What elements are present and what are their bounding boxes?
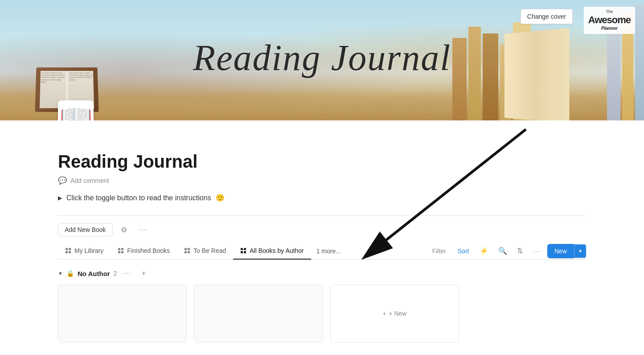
tab-my-library[interactable]: My Library	[58, 243, 111, 260]
database-toolbar: Add New Book ⚙ ···	[58, 223, 586, 236]
new-card-label: + New	[389, 310, 406, 317]
tab-to-be-read[interactable]: To Be Read	[177, 243, 233, 260]
settings-icon-button[interactable]: ⚙	[117, 223, 131, 236]
tab-finished-books[interactable]: Finished Books	[111, 243, 177, 260]
gallery-card-1[interactable]	[58, 285, 187, 343]
tab-to-be-read-label: To Be Read	[193, 247, 226, 254]
add-new-book-button[interactable]: Add New Book	[58, 223, 113, 236]
svg-rect-6	[118, 251, 120, 253]
add-comment-label: Add comment	[70, 177, 109, 184]
group-add-button[interactable]: +	[138, 268, 149, 278]
main-content: Reading Journal 💬 Add comment ▶ Click th…	[0, 120, 644, 351]
tab-my-library-label: My Library	[74, 247, 103, 254]
search-icon-button[interactable]: 🔍	[495, 244, 511, 257]
svg-rect-7	[121, 251, 123, 253]
new-record-button[interactable]: New	[547, 244, 574, 258]
page-icon[interactable]: 📖	[58, 100, 94, 120]
toggle-arrow-icon: ▶	[58, 195, 62, 201]
new-button-group: New ▾	[547, 244, 586, 258]
svg-rect-5	[121, 248, 123, 250]
gallery-card-2[interactable]	[194, 285, 323, 343]
filter-icon-button[interactable]: ⇅	[513, 244, 526, 257]
group-more-button[interactable]: ···	[120, 268, 134, 278]
page-title: Reading Journal	[58, 152, 586, 172]
tab-more[interactable]: 1 more...	[311, 243, 346, 259]
books-right-decoration	[452, 22, 546, 120]
toggle-emoji: 🙂	[216, 194, 225, 202]
group-toggle-button[interactable]: ▼	[58, 271, 63, 276]
tab-my-library-icon	[65, 248, 71, 254]
add-comment-button[interactable]: 💬 Add comment	[58, 176, 586, 185]
sort-button[interactable]: Sort	[453, 245, 474, 257]
comment-icon: 💬	[58, 176, 67, 185]
toggle-instruction[interactable]: ▶ Click the toggle button to read the in…	[58, 194, 586, 202]
cover-banner: Lorem ipsum dolor sit amet consectetur a…	[0, 0, 644, 120]
svg-rect-13	[244, 248, 246, 250]
brand-logo: The Awesome Planner	[584, 7, 635, 34]
svg-rect-2	[66, 251, 68, 253]
new-card-plus-icon: +	[382, 310, 386, 317]
svg-rect-8	[185, 248, 187, 250]
group-name: No Author	[78, 270, 110, 277]
tab-finished-books-label: Finished Books	[127, 247, 170, 254]
svg-rect-15	[244, 251, 246, 253]
group-lock-icon: 🔒	[66, 270, 74, 277]
toggle-text: Click the toggle button to read the inst…	[66, 194, 211, 202]
svg-rect-10	[185, 251, 187, 253]
svg-rect-14	[241, 251, 243, 253]
new-record-dropdown-button[interactable]: ▾	[574, 244, 586, 258]
svg-rect-9	[188, 248, 190, 250]
more-tab-options-button[interactable]: ···	[529, 245, 545, 257]
svg-rect-12	[241, 248, 243, 250]
tab-right-controls: Filter Sort ⚡ 🔍 ⇅ ··· New ▾	[428, 244, 586, 258]
svg-rect-11	[188, 251, 190, 253]
svg-rect-3	[69, 251, 71, 253]
section-divider	[58, 215, 586, 216]
svg-rect-4	[118, 248, 120, 250]
svg-rect-1	[69, 248, 71, 250]
change-cover-button[interactable]: Change cover	[521, 9, 573, 24]
filter-button[interactable]: Filter	[428, 245, 451, 257]
tabs-bar: My Library Finished Books	[58, 243, 586, 260]
more-options-button[interactable]: ···	[135, 223, 151, 236]
tab-to-be-read-icon	[184, 248, 190, 254]
tab-all-books-by-author-label: All Books by Author	[250, 247, 304, 254]
gallery-grid: + + New	[58, 285, 459, 343]
automation-icon-button[interactable]: ⚡	[476, 244, 492, 257]
tab-all-books-icon	[240, 248, 246, 254]
svg-rect-0	[66, 248, 68, 250]
tab-finished-books-icon	[118, 248, 124, 254]
tab-all-books-by-author[interactable]: All Books by Author	[233, 243, 311, 260]
group-count: 2	[114, 270, 117, 277]
group-header-no-author: ▼ 🔒 No Author 2 ··· +	[58, 268, 586, 278]
gallery-card-new[interactable]: + + New	[330, 285, 459, 343]
